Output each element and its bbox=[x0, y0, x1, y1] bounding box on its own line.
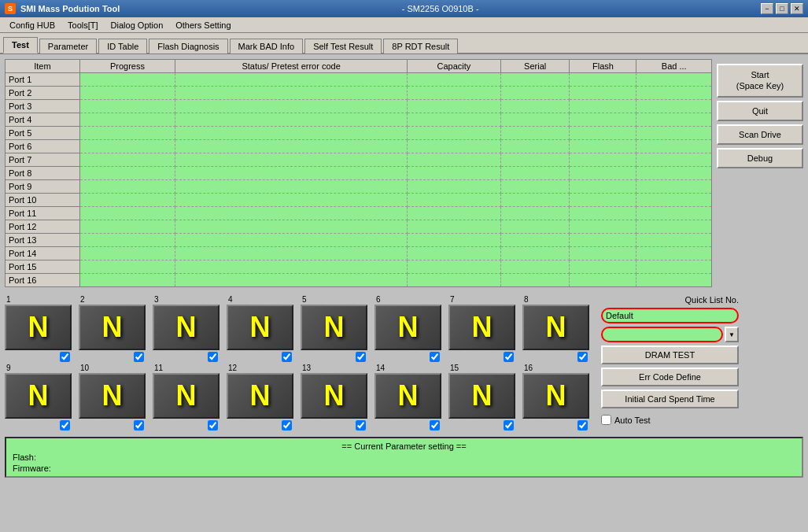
status-section: == Current Parameter setting == Flash: F… bbox=[5, 437, 803, 478]
scan-drive-button[interactable]: Scan Drive bbox=[717, 124, 803, 145]
port-icon[interactable]: N bbox=[227, 305, 293, 350]
port-icon[interactable]: N bbox=[153, 373, 220, 419]
port-checkbox[interactable] bbox=[60, 352, 70, 362]
port-item-label: Port 1 bbox=[6, 73, 80, 87]
port-checkbox[interactable] bbox=[208, 352, 218, 362]
port-icon[interactable]: N bbox=[153, 305, 220, 350]
close-button[interactable]: ✕ bbox=[791, 3, 803, 14]
port-cell bbox=[79, 113, 175, 127]
initial-card-button[interactable]: Initial Card Spend Time bbox=[601, 390, 739, 408]
dropdown-arrow-btn[interactable]: ▼ bbox=[725, 327, 739, 342]
port-cell bbox=[636, 167, 712, 180]
flash-label: Flash: bbox=[13, 453, 36, 462]
col-flash: Flash bbox=[570, 60, 636, 73]
port-icon[interactable]: N bbox=[374, 373, 441, 419]
port-cell bbox=[636, 113, 712, 127]
port-icon[interactable]: N bbox=[448, 305, 515, 350]
port-cell bbox=[175, 260, 408, 274]
port-n-label: N bbox=[546, 379, 566, 412]
port-cell bbox=[79, 220, 175, 234]
menu-tools[interactable]: Tools[T] bbox=[61, 19, 105, 31]
port-item-label: Port 5 bbox=[6, 127, 80, 140]
table-row: Port 9 bbox=[6, 180, 712, 194]
port-icon[interactable]: N bbox=[301, 373, 367, 419]
menu-dialog-option[interactable]: Dialog Option bbox=[105, 19, 170, 31]
port-icon[interactable]: N bbox=[79, 305, 146, 350]
tab-8p-rdt-result[interactable]: 8P RDT Result bbox=[383, 39, 458, 54]
port-wrapper: 4N bbox=[227, 295, 297, 362]
port-number: 4 bbox=[228, 295, 233, 304]
minimize-button[interactable]: − bbox=[761, 3, 773, 14]
tab-self-test-result[interactable]: Self Test Result bbox=[304, 39, 382, 54]
tab-parameter[interactable]: Parameter bbox=[39, 39, 97, 54]
port-icon[interactable]: N bbox=[5, 373, 72, 419]
port-checkbox[interactable] bbox=[577, 420, 588, 430]
port-checkbox[interactable] bbox=[282, 352, 292, 362]
port-checkbox[interactable] bbox=[577, 352, 588, 362]
err-code-button[interactable]: Err Code Define bbox=[601, 368, 739, 386]
port-item-label: Port 9 bbox=[6, 180, 80, 194]
tab-flash-diagnosis[interactable]: Flash Diagnosis bbox=[149, 39, 227, 54]
port-checkbox[interactable] bbox=[430, 352, 440, 362]
port-checkbox[interactable] bbox=[60, 420, 70, 430]
port-checkbox[interactable] bbox=[356, 420, 366, 430]
port-cell bbox=[175, 180, 408, 194]
debug-button[interactable]: Debug bbox=[717, 148, 803, 168]
port-checkbox[interactable] bbox=[208, 420, 218, 430]
port-cell bbox=[636, 194, 712, 207]
quick-dropdown-input[interactable] bbox=[601, 327, 723, 342]
port-icon[interactable]: N bbox=[5, 305, 72, 350]
port-checkbox[interactable] bbox=[430, 420, 440, 430]
port-icon[interactable]: N bbox=[448, 373, 515, 419]
port-cell bbox=[570, 220, 636, 234]
table-row: Port 1 bbox=[6, 73, 712, 87]
port-cell bbox=[407, 87, 500, 100]
port-icon[interactable]: N bbox=[79, 373, 146, 419]
port-checkbox[interactable] bbox=[356, 352, 366, 362]
port-n-label: N bbox=[324, 379, 345, 412]
menu-config-hub[interactable]: Config HUB bbox=[3, 19, 61, 31]
port-icon[interactable]: N bbox=[227, 373, 293, 419]
port-n-label: N bbox=[250, 311, 271, 344]
port-n-label: N bbox=[176, 311, 197, 344]
port-cell bbox=[570, 127, 636, 140]
auto-test-checkbox[interactable] bbox=[601, 415, 611, 425]
port-cell bbox=[407, 207, 500, 220]
table-row: Port 5 bbox=[6, 127, 712, 140]
port-number: 16 bbox=[524, 364, 533, 372]
port-wrapper: 15N bbox=[448, 364, 519, 430]
port-icon[interactable]: N bbox=[522, 373, 589, 419]
quick-list-label: Quick List No. bbox=[601, 295, 739, 305]
quit-button[interactable]: Quit bbox=[717, 101, 803, 121]
port-cell bbox=[407, 220, 500, 234]
port-n-label: N bbox=[472, 379, 493, 412]
port-cell bbox=[570, 113, 636, 127]
tab-test[interactable]: Test bbox=[3, 37, 38, 54]
right-panel: Start(Space Key) Quit Scan Drive Debug bbox=[717, 59, 803, 287]
table-row: Port 16 bbox=[6, 274, 712, 287]
port-item-label: Port 11 bbox=[6, 207, 80, 220]
port-cell bbox=[407, 180, 500, 194]
port-checkbox[interactable] bbox=[134, 352, 144, 362]
tab-mark-bad-info[interactable]: Mark BAD Info bbox=[230, 39, 304, 54]
port-number: 3 bbox=[154, 295, 159, 304]
port-checkbox[interactable] bbox=[504, 352, 514, 362]
quick-list-input[interactable] bbox=[601, 308, 739, 323]
tab-id-table[interactable]: ID Table bbox=[98, 39, 147, 54]
port-cell bbox=[407, 234, 500, 247]
port-cell bbox=[636, 73, 712, 87]
port-icon[interactable]: N bbox=[374, 305, 441, 350]
table-row: Port 2 bbox=[6, 87, 712, 100]
port-checkbox[interactable] bbox=[282, 420, 292, 430]
menu-others-setting[interactable]: Others Setting bbox=[169, 19, 237, 31]
port-icon[interactable]: N bbox=[522, 305, 589, 350]
port-checkbox[interactable] bbox=[504, 420, 514, 430]
port-wrapper: 9N bbox=[5, 364, 76, 430]
table-row: Port 10 bbox=[6, 194, 712, 207]
port-checkbox[interactable] bbox=[134, 420, 144, 430]
dram-test-button[interactable]: DRAM TEST bbox=[601, 345, 739, 364]
port-cell bbox=[570, 140, 636, 153]
maximize-button[interactable]: □ bbox=[776, 3, 788, 14]
start-button[interactable]: Start(Space Key) bbox=[717, 64, 803, 98]
port-icon[interactable]: N bbox=[301, 305, 367, 350]
